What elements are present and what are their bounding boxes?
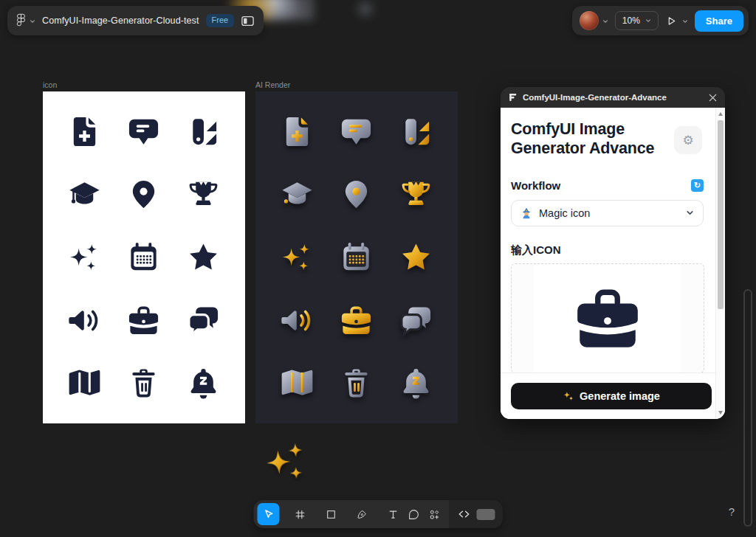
layout-panel-icon xyxy=(241,14,255,28)
actions-toolbar: 10% Share xyxy=(572,6,749,35)
figma-canvas: ComfyUI-Image-Generator-Cloud-test Free … xyxy=(0,0,756,537)
comment-tool-button[interactable] xyxy=(404,503,425,525)
icon-trash[interactable] xyxy=(339,366,374,401)
file-toolbar: ComfyUI-Image-Generator-Cloud-test Free xyxy=(7,6,264,35)
actions-tool-button[interactable] xyxy=(425,503,445,525)
pen-tool-chevron[interactable] xyxy=(373,503,382,525)
artboard-label[interactable]: icon xyxy=(43,80,245,89)
settings-button[interactable]: ⚙ xyxy=(674,126,702,154)
move-tool-icon xyxy=(262,507,275,522)
chevron-down-icon xyxy=(645,15,651,26)
floating-sparkles-3d[interactable] xyxy=(261,437,312,487)
scrollbar-thumb[interactable] xyxy=(718,120,724,309)
icon-file-plus[interactable] xyxy=(67,114,102,149)
icon-bell-snooze[interactable] xyxy=(399,366,433,401)
account-menu-button[interactable] xyxy=(580,11,608,30)
icon-sparkles[interactable] xyxy=(261,437,312,487)
chevron-down-icon xyxy=(686,207,694,219)
shape-tool-button[interactable] xyxy=(321,503,342,525)
sparkles-icon xyxy=(563,391,574,402)
comfyui-plugin-icon xyxy=(509,93,518,102)
workflow-label: Workflow xyxy=(511,179,560,192)
icon-swatch[interactable] xyxy=(186,114,221,149)
icon-briefcase[interactable] xyxy=(126,303,161,338)
dev-mode-toggle[interactable] xyxy=(477,509,495,520)
workflow-select[interactable]: Magic icon xyxy=(511,200,704,226)
plugin-heading: ComfyUI Image Generator Advance xyxy=(511,119,666,159)
tools-toolbar xyxy=(254,500,503,528)
icon-bell-snooze[interactable] xyxy=(186,366,221,401)
shape-tool-chevron[interactable] xyxy=(342,503,351,525)
flat-icon-grid xyxy=(43,91,245,423)
dev-mode-section xyxy=(450,500,503,528)
move-tool-chevron[interactable] xyxy=(280,503,289,525)
icon-calendar[interactable] xyxy=(126,240,161,274)
comment-tool-icon xyxy=(408,507,420,522)
generate-image-label: Generate image xyxy=(580,390,660,402)
refresh-workflows-button[interactable]: ↻ xyxy=(691,179,704,192)
icon-star[interactable] xyxy=(399,240,433,274)
zoom-menu-button[interactable]: 10% xyxy=(615,11,659,30)
refresh-icon: ↻ xyxy=(694,181,701,190)
frame-tool-chevron[interactable] xyxy=(311,503,320,525)
render-icon-grid xyxy=(255,91,458,423)
artboard-icon: icon xyxy=(43,80,245,423)
scroll-up-arrow[interactable] xyxy=(718,112,723,116)
file-title[interactable]: ComfyUI-Image-Generator-Cloud-test xyxy=(42,15,199,26)
canvas-vertical-scrollbar[interactable] xyxy=(743,289,752,527)
text-tool-button[interactable] xyxy=(383,503,404,525)
icon-preview-image xyxy=(534,264,681,373)
pen-tool-button[interactable] xyxy=(352,503,373,525)
play-icon xyxy=(665,15,678,27)
icon-map[interactable] xyxy=(67,366,102,401)
icon-chats[interactable] xyxy=(399,303,433,338)
frame-tool-button[interactable] xyxy=(290,503,311,525)
artboard-ai-render: AI Render xyxy=(255,80,458,423)
icon-preview-dropzone[interactable] xyxy=(511,263,704,373)
help-button[interactable]: ? xyxy=(729,505,735,518)
close-button[interactable] xyxy=(709,94,717,102)
icon-graduation-cap[interactable] xyxy=(67,177,102,212)
present-button[interactable] xyxy=(665,15,688,27)
icon-file-plus[interactable] xyxy=(280,114,315,149)
actions-tool-icon xyxy=(429,507,441,522)
icon-star[interactable] xyxy=(186,240,221,274)
icon-map[interactable] xyxy=(280,366,315,401)
icon-calendar[interactable] xyxy=(339,240,374,274)
icon-comment[interactable] xyxy=(126,114,161,149)
generate-image-button[interactable]: Generate image xyxy=(511,383,712,409)
plugin-body: ComfyUI Image Generator Advance ⚙ Workfl… xyxy=(501,108,725,419)
icon-location-pin[interactable] xyxy=(339,177,374,212)
icon-volume[interactable] xyxy=(280,303,315,338)
shape-tool-icon xyxy=(326,507,337,522)
blurred-canvas-smudge xyxy=(354,1,377,16)
plugin-window-header[interactable]: ComfyUI-Image-Generator-Advance xyxy=(501,87,725,108)
gear-icon: ⚙ xyxy=(682,133,693,148)
figma-menu-button[interactable] xyxy=(16,13,35,29)
icon-trophy[interactable] xyxy=(399,177,433,212)
icon-location-pin[interactable] xyxy=(126,177,161,212)
chevron-down-icon xyxy=(682,15,688,27)
icon-trophy[interactable] xyxy=(186,177,221,212)
input-icon-label: 输入ICON xyxy=(511,243,561,257)
icon-trash[interactable] xyxy=(126,366,161,401)
zoom-level: 10% xyxy=(622,15,640,26)
move-tool-button[interactable] xyxy=(258,503,280,525)
icon-volume[interactable] xyxy=(67,303,102,338)
scroll-down-arrow[interactable] xyxy=(718,411,723,415)
artboard-label[interactable]: AI Render xyxy=(255,80,458,89)
plugin-scrollbar[interactable] xyxy=(715,108,725,419)
icon-chats[interactable] xyxy=(186,303,221,338)
icon-briefcase[interactable] xyxy=(339,303,374,338)
close-icon xyxy=(709,94,717,102)
icon-sparkles[interactable] xyxy=(280,240,315,274)
icon-comment[interactable] xyxy=(339,114,374,149)
share-button[interactable]: Share xyxy=(695,10,743,32)
chevron-down-icon xyxy=(30,15,35,27)
icon-graduation-cap[interactable] xyxy=(280,177,315,212)
icon-sparkles[interactable] xyxy=(67,240,102,274)
mage-emoji-icon xyxy=(520,207,532,219)
chevron-down-icon xyxy=(602,15,608,27)
icon-swatch[interactable] xyxy=(399,114,433,149)
toggle-ui-panels-button[interactable] xyxy=(241,14,255,28)
